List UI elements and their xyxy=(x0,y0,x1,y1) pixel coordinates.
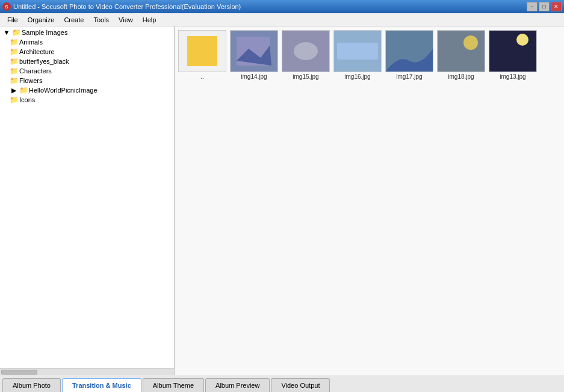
menu-help[interactable]: Help xyxy=(138,15,161,25)
thumb-item-img17[interactable]: img17.jpg xyxy=(384,29,435,81)
expand-icon: ▶ xyxy=(10,86,18,94)
thumb-label: .. xyxy=(200,73,204,80)
thumb-label: img13.jpg xyxy=(500,73,525,80)
svg-point-10 xyxy=(516,34,528,46)
thumb-label: img17.jpg xyxy=(396,73,422,80)
thumb-image-img13 xyxy=(489,30,537,72)
thumb-label: img15.jpg xyxy=(293,73,318,80)
thumb-image-img14 xyxy=(230,30,278,72)
titlebar: S Untitled - Socusoft Photo to Video Con… xyxy=(0,0,564,13)
svg-rect-9 xyxy=(489,31,536,72)
folder-icon: 📁 xyxy=(19,86,28,94)
tree-item-icons[interactable]: 📁 Icons xyxy=(1,95,173,105)
tree-scroll-thumb[interactable] xyxy=(1,370,37,375)
app-icon: S xyxy=(2,2,11,11)
tree-item-butterflyes[interactable]: 📁 butterflyes_black xyxy=(1,57,173,66)
thumb-image-back xyxy=(178,30,226,72)
file-tree: ▼ 📁 Sample Images 📁 Animals 📁 Architectu… xyxy=(0,26,175,375)
menubar: File Organize Create Tools View Help xyxy=(0,13,564,26)
tree-label: Architecture xyxy=(19,48,55,55)
folder-icon: 📁 xyxy=(10,76,18,85)
thumbnail-grid: .. img14.jpg img15.jpg img16.jpg xyxy=(175,26,564,375)
tree-label: Characters xyxy=(19,67,52,75)
app-title-bar: S Untitled - Socusoft Photo to Video Con… xyxy=(2,2,241,11)
svg-rect-7 xyxy=(438,31,485,72)
tab-album-preview[interactable]: Album Preview xyxy=(205,378,270,392)
thumb-item-back[interactable]: .. xyxy=(177,29,228,81)
folder-icon: 📁 xyxy=(10,57,18,66)
menu-tools[interactable]: Tools xyxy=(88,15,114,25)
thumb-image-img16 xyxy=(333,30,382,72)
tree-item-animals[interactable]: 📁 Animals xyxy=(1,37,173,47)
menu-file[interactable]: File xyxy=(2,15,23,25)
window-controls: – □ ✕ xyxy=(527,2,562,11)
folder-icon: 📁 xyxy=(10,67,18,75)
thumb-label: img16.jpg xyxy=(344,73,370,80)
folder-icon: 📁 xyxy=(10,47,18,56)
main-panel: ▼ 📁 Sample Images 📁 Animals 📁 Architectu… xyxy=(0,26,564,375)
tree-item-helloworldpicnic[interactable]: ▶ 📁 HelloWorldPicnicImage xyxy=(1,85,173,95)
thumb-item-img18[interactable]: img18.jpg xyxy=(436,29,486,81)
thumbnail-panel: .. img14.jpg img15.jpg img16.jpg xyxy=(175,26,564,375)
folder-icon: 📁 xyxy=(10,38,18,46)
tree-label: Animals xyxy=(19,38,43,46)
tab-video-output[interactable]: Video Output xyxy=(271,378,330,392)
thumb-item-img13[interactable]: img13.jpg xyxy=(488,29,538,81)
close-button[interactable]: ✕ xyxy=(551,2,562,11)
svg-point-8 xyxy=(463,35,478,50)
thumb-label: img18.jpg xyxy=(448,73,474,80)
thumb-image-img18 xyxy=(437,30,485,72)
thumb-item-img16[interactable]: img16.jpg xyxy=(332,29,383,81)
maximize-button[interactable]: □ xyxy=(539,2,550,11)
tree-item-flowers[interactable]: 📁 Flowers xyxy=(1,76,173,85)
tree-item-sample-images[interactable]: ▼ 📁 Sample Images xyxy=(1,28,173,37)
menu-create[interactable]: Create xyxy=(59,15,88,25)
tab-album-theme[interactable]: Album Theme xyxy=(143,378,204,392)
tree-hscroll[interactable] xyxy=(0,368,174,375)
thumb-label: img14.jpg xyxy=(241,73,267,80)
thumb-item-img14[interactable]: img14.jpg xyxy=(229,29,279,81)
folder-thumb xyxy=(187,36,217,66)
tree-item-architecture[interactable]: 📁 Architecture xyxy=(1,47,173,57)
tree-label: Icons xyxy=(19,96,35,103)
tree-label: Sample Images xyxy=(22,29,67,36)
menu-view[interactable]: View xyxy=(114,15,138,25)
thumb-item-img15[interactable]: img15.jpg xyxy=(280,29,331,81)
menu-organize[interactable]: Organize xyxy=(23,15,60,25)
tree-content[interactable]: ▼ 📁 Sample Images 📁 Animals 📁 Architectu… xyxy=(0,26,174,368)
minimize-button[interactable]: – xyxy=(527,2,538,11)
tab-album-photo[interactable]: Album Photo xyxy=(2,378,61,392)
expand-icon: ▼ xyxy=(2,28,11,37)
app-title: Untitled - Socusoft Photo to Video Conve… xyxy=(13,3,241,10)
svg-rect-5 xyxy=(337,43,378,60)
tree-label: butterflyes_black xyxy=(19,58,69,65)
thumb-image-img15 xyxy=(282,30,330,72)
folder-icon: 📁 xyxy=(12,28,20,37)
tab-transition-music[interactable]: Transition & Music xyxy=(62,378,141,392)
tab-bar: Album Photo Transition & Music Album The… xyxy=(0,375,564,392)
thumb-image-img17 xyxy=(385,30,433,72)
tree-item-characters[interactable]: 📁 Characters xyxy=(1,66,173,76)
tree-label: HelloWorldPicnicImage xyxy=(29,87,98,94)
folder-icon: 📁 xyxy=(10,96,18,104)
svg-point-3 xyxy=(294,42,318,60)
tree-label: Flowers xyxy=(19,77,43,84)
